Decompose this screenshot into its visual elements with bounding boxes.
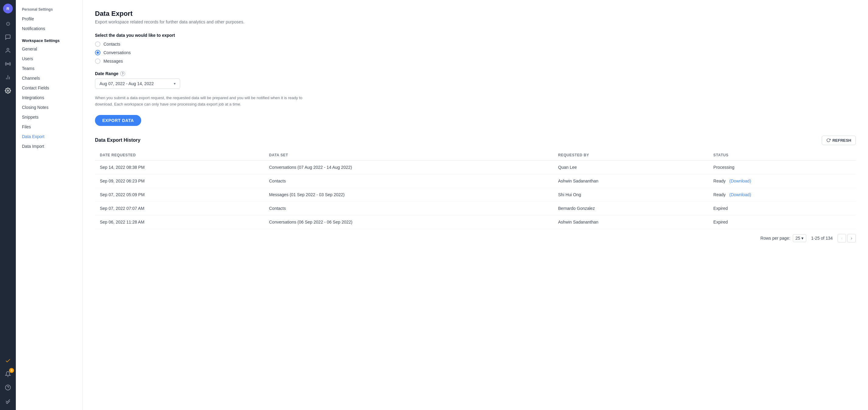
table-row: Sep 06, 2022 11:28 AM Conversations (06 …: [95, 215, 856, 229]
sidebar: Personal Settings Profile Notifications …: [16, 0, 83, 410]
radio-messages[interactable]: Messages: [95, 58, 856, 64]
page-navigation: ‹ ›: [838, 234, 856, 242]
reports-icon[interactable]: [2, 72, 13, 83]
table-row: Sep 09, 2022 06:23 PM Contacts Ashwin Sa…: [95, 174, 856, 187]
sidebar-item-teams[interactable]: Teams: [16, 64, 83, 73]
info-text: When you submit a data export request, t…: [95, 95, 308, 108]
date-range-help-icon[interactable]: ?: [120, 71, 125, 76]
col-data-set: DATA SET: [264, 150, 553, 161]
rows-per-page-value: 25: [796, 236, 800, 241]
table-header: DATE REQUESTED DATA SET REQUESTED BY STA…: [95, 150, 856, 161]
sidebar-item-notifications[interactable]: Notifications: [16, 24, 83, 33]
sidebar-item-contact-fields[interactable]: Contact Fields: [16, 83, 83, 93]
cell-requestedby-0: Quan Lee: [553, 160, 709, 174]
svg-point-0: [7, 48, 9, 50]
rows-per-page-label: Rows per page:: [761, 236, 790, 241]
cell-status-4: Expired: [709, 215, 856, 229]
cell-requestedby-4: Ashwin Sadananthan: [553, 215, 709, 229]
sidebar-item-general[interactable]: General: [16, 44, 83, 54]
radio-conversations-input[interactable]: [95, 50, 100, 55]
history-title: Data Export History: [95, 137, 140, 143]
radio-messages-input[interactable]: [95, 58, 100, 64]
cell-requestedby-2: Shi Hui Ong: [553, 187, 709, 201]
radio-contacts-input[interactable]: [95, 41, 100, 47]
notifications-icon[interactable]: 3: [2, 369, 13, 380]
cell-requestedby-1: Ashwin Sadananthan: [553, 174, 709, 187]
icon-navigation: R ⊙ 3: [0, 0, 16, 410]
radio-contacts[interactable]: Contacts: [95, 41, 856, 47]
pagination: Rows per page: 25 ▾ 1-25 of 134 ‹ ›: [95, 229, 856, 247]
table-row: Sep 07, 2022 05:09 PM Messages (01 Sep 2…: [95, 187, 856, 201]
cell-requestedby-3: Bernardo Gonzalez: [553, 201, 709, 215]
page-subtitle: Export workspace related records for fur…: [95, 20, 856, 24]
col-requested-by: REQUESTED BY: [553, 150, 709, 161]
svg-point-5: [7, 90, 9, 92]
home-icon[interactable]: ⊙: [2, 18, 13, 29]
cell-dataset-0: Conversations (07 Aug 2022 - 14 Aug 2022…: [264, 160, 553, 174]
rows-select-chevron-icon: ▾: [801, 236, 804, 241]
sidebar-item-snippets[interactable]: Snippets: [16, 112, 83, 122]
cell-status-3: Expired: [709, 201, 856, 215]
sidebar-item-files[interactable]: Files: [16, 122, 83, 132]
chevron-down-icon: ▾: [174, 81, 176, 86]
data-type-radio-group: Contacts Conversations Messages: [95, 41, 856, 64]
svg-point-1: [7, 63, 8, 64]
cell-status-0: Processing: [709, 160, 856, 174]
cell-date-3: Sep 07, 2022 07:07 AM: [95, 201, 264, 215]
history-header: Data Export History REFRESH: [95, 136, 856, 145]
col-date-requested: DATE REQUESTED: [95, 150, 264, 161]
refresh-label: REFRESH: [832, 138, 851, 143]
sidebar-item-users[interactable]: Users: [16, 54, 83, 64]
cell-dataset-1: Contacts: [264, 174, 553, 187]
page-title: Data Export: [95, 10, 856, 18]
radio-messages-label: Messages: [103, 59, 123, 64]
cell-status-2: Ready (Download): [709, 187, 856, 201]
date-range-picker[interactable]: Aug 07, 2022 - Aug 14, 2022 ▾: [95, 78, 180, 89]
sidebar-item-data-export[interactable]: Data Export: [16, 132, 83, 141]
settings-icon[interactable]: [2, 85, 13, 96]
personal-settings-title: Personal Settings: [16, 6, 83, 14]
table-body: Sep 14, 2022 08:38 PM Conversations (07 …: [95, 160, 856, 229]
prev-page-button[interactable]: ‹: [838, 234, 846, 242]
select-data-label: Select the data you would like to export: [95, 33, 856, 38]
notification-count-badge: 3: [9, 368, 14, 373]
date-range-label: Date Range ?: [95, 71, 856, 76]
cell-dataset-3: Contacts: [264, 201, 553, 215]
cell-dataset-4: Conversations (06 Sep 2022 - 06 Sep 2022…: [264, 215, 553, 229]
sidebar-item-closing-notes[interactable]: Closing Notes: [16, 102, 83, 112]
radio-contacts-label: Contacts: [103, 42, 120, 46]
export-data-button[interactable]: EXPORT DATA: [95, 115, 141, 126]
rows-per-page-control: Rows per page: 25 ▾: [761, 234, 807, 242]
cell-dataset-2: Messages (01 Sep 2022 - 03 Sep 2022): [264, 187, 553, 201]
user-avatar[interactable]: R: [3, 4, 13, 13]
rows-per-page-select[interactable]: 25 ▾: [793, 234, 807, 242]
cell-date-4: Sep 06, 2022 11:28 AM: [95, 215, 264, 229]
cell-status-1: Ready (Download): [709, 174, 856, 187]
sidebar-item-profile[interactable]: Profile: [16, 14, 83, 24]
table-row: Sep 07, 2022 07:07 AM Contacts Bernardo …: [95, 201, 856, 215]
sidebar-item-data-import[interactable]: Data Import: [16, 141, 83, 151]
date-range-value: Aug 07, 2022 - Aug 14, 2022: [99, 81, 154, 86]
download-link-2[interactable]: (Download): [729, 192, 751, 197]
check-all-icon[interactable]: [2, 396, 13, 406]
sidebar-item-integrations[interactable]: Integrations: [16, 93, 83, 102]
refresh-button[interactable]: REFRESH: [822, 136, 856, 145]
page-info: 1-25 of 134: [811, 236, 833, 241]
sidebar-item-channels[interactable]: Channels: [16, 73, 83, 83]
tasks-icon[interactable]: [2, 355, 13, 366]
radio-conversations-label: Conversations: [103, 50, 131, 55]
cell-date-2: Sep 07, 2022 05:09 PM: [95, 187, 264, 201]
cell-date-1: Sep 09, 2022 06:23 PM: [95, 174, 264, 187]
broadcasts-icon[interactable]: [2, 58, 13, 69]
chat-icon[interactable]: [2, 32, 13, 42]
help-icon[interactable]: [2, 382, 13, 393]
refresh-icon: [826, 138, 831, 142]
export-history-table: DATE REQUESTED DATA SET REQUESTED BY STA…: [95, 150, 856, 229]
next-page-button[interactable]: ›: [847, 234, 856, 242]
download-link-1[interactable]: (Download): [729, 178, 751, 183]
export-history-table-container: DATE REQUESTED DATA SET REQUESTED BY STA…: [95, 150, 856, 229]
contacts-icon[interactable]: [2, 45, 13, 56]
radio-conversations[interactable]: Conversations: [95, 50, 856, 55]
workspace-settings-title: Workspace Settings: [16, 33, 83, 44]
table-row: Sep 14, 2022 08:38 PM Conversations (07 …: [95, 160, 856, 174]
